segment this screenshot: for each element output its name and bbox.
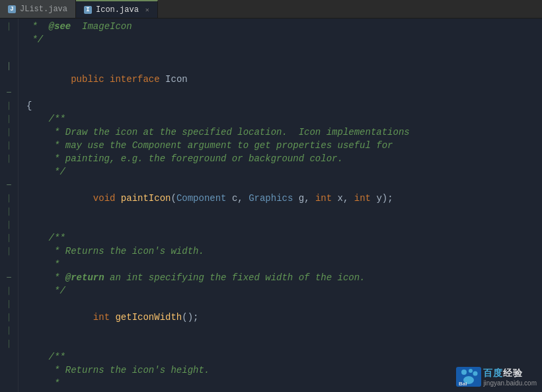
baidu-logo: Bai 百度经验 jingyan.baidu.com (456, 367, 537, 387)
svg-point-1 (461, 370, 467, 375)
gutter-22: │ (7, 297, 11, 311)
baidu-url: jingyan.baidu.com (483, 379, 537, 387)
gutter-15: │ (7, 205, 11, 218)
line-8-text: * may use the Component argument to get … (26, 139, 393, 152)
line-21-text: * Returns the icon's height. (26, 364, 210, 377)
line-16-text: * @return an int specifying the fixed wi… (26, 271, 366, 284)
gutter-14: │ (7, 192, 11, 205)
tab-icon-icon: I (84, 6, 92, 14)
line-18-text: int getIconWidth(); (26, 297, 199, 337)
gutter-18: │ (7, 245, 11, 258)
gutter-20[interactable]: ─ (7, 271, 11, 284)
line-2: */ (19, 33, 542, 46)
line-2-text: */ (26, 33, 43, 46)
baidu-label: 百度经验 jingyan.baidu.com (483, 368, 537, 387)
line-6: /** (19, 112, 542, 126)
line-10-text: */ (26, 165, 65, 178)
line-3 (19, 46, 542, 59)
tab-close-icon[interactable]: ✕ (145, 6, 149, 14)
gutter-6[interactable]: ─ (7, 86, 11, 99)
line-14-text: * Returns the icon's width. (26, 245, 204, 258)
gutter-17: │ (7, 231, 11, 245)
line-13: /** (19, 231, 542, 245)
line-19 (19, 337, 542, 350)
line-14: * Returns the icon's width. (19, 245, 542, 258)
line-5: { (19, 99, 542, 112)
line-12 (19, 218, 542, 231)
line-17: */ (19, 284, 542, 297)
tab-icon-active[interactable]: I Icon.java ✕ (76, 0, 158, 18)
gutter-10: │ (7, 139, 11, 152)
line-9: * painting, e.g. the foreground or backg… (19, 152, 542, 165)
tab-label-jlist: JList.java (20, 5, 67, 14)
line-15-text: * (26, 258, 59, 271)
svg-text:Bai: Bai (459, 381, 467, 387)
line-16: * @return an int specifying the fixed wi… (19, 271, 542, 284)
line-20-text: /** (26, 350, 65, 364)
line-22-text: * (26, 377, 59, 390)
code-content: * @see ImageIcon */ public interface Ico… (19, 19, 542, 392)
line-5-text: { (26, 99, 32, 112)
gutter-13[interactable]: ─ (7, 178, 11, 192)
line-15: * (19, 258, 542, 271)
line-7-text: * Draw the icon at the specified locatio… (26, 126, 410, 139)
line-11: void paintIcon(Component c, Graphics g, … (19, 178, 542, 218)
gutter-7: │ (7, 99, 11, 112)
gutter-24: │ (7, 324, 11, 337)
svg-point-2 (469, 369, 473, 373)
line-1-text: * @see ImageIcon (26, 20, 132, 33)
gutter-8: │ (7, 112, 11, 126)
gutter-23: │ (7, 311, 11, 324)
line-6-text: /** (26, 112, 65, 126)
line-7: * Draw the icon at the specified locatio… (19, 126, 542, 139)
gutter-4[interactable]: │ (7, 59, 11, 73)
gutter-9: │ (7, 126, 11, 139)
watermark: Bai 百度经验 jingyan.baidu.com (456, 367, 537, 387)
gutter-21: │ (7, 284, 11, 297)
line-20: /** (19, 350, 542, 364)
line-13-text: /** (26, 231, 65, 245)
tab-icon-jlist: J (8, 5, 16, 13)
gutter-25: │ (7, 337, 11, 350)
tab-bar: J JList.java I Icon.java ✕ (0, 0, 542, 19)
editor-area: │ │ ─ │ │ │ │ │ ─ │ │ │ │ │ ─ │ │ │ │ │ … (0, 19, 542, 392)
svg-point-3 (473, 372, 478, 376)
line-11-text: void paintIcon(Component c, Graphics g, … (26, 178, 393, 218)
line-8: * may use the Component argument to get … (19, 139, 542, 152)
gutter-1: │ (7, 20, 11, 33)
baidu-brand: 百度经验 (483, 368, 523, 379)
gutter-11: │ (7, 152, 11, 165)
line-18: int getIconWidth(); (19, 297, 542, 337)
line-10: */ (19, 165, 542, 178)
line-4: public interface Icon (19, 59, 542, 99)
line-1: * @see ImageIcon (19, 20, 542, 33)
tab-label-icon: Icon.java (96, 5, 139, 15)
gutter: │ │ ─ │ │ │ │ │ ─ │ │ │ │ │ ─ │ │ │ │ │ (0, 19, 19, 392)
bear-paw-icon: Bai (456, 367, 481, 387)
line-4-text: public interface Icon (26, 59, 188, 99)
tab-jlist[interactable]: J JList.java (0, 0, 76, 18)
gutter-16: │ (7, 218, 11, 231)
line-17-text: */ (26, 284, 65, 297)
line-9-text: * painting, e.g. the foreground or backg… (26, 152, 343, 165)
